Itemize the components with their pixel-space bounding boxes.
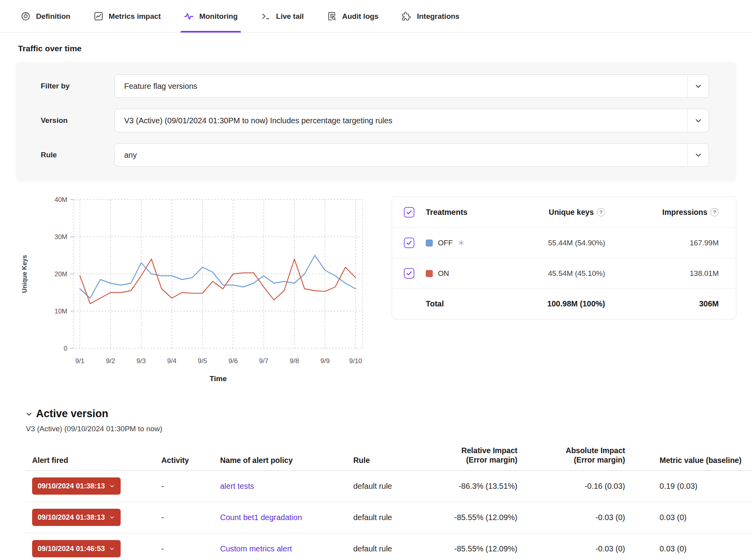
alert-rule: default rule — [346, 513, 425, 522]
rule-label: Rule — [41, 151, 114, 159]
filter-by-value: Feature flag versions — [115, 75, 687, 97]
alert-policy-link[interactable]: alert tests — [220, 482, 254, 490]
page-title: Traffic over time — [18, 44, 752, 53]
alert-relative-impact: -86.3% (13.51%) — [425, 482, 521, 491]
col-absolute-impact: Absolute Impact (Error margin) — [521, 446, 628, 465]
unique-keys-header: Unique keys ? — [476, 208, 605, 217]
alert-policy-link[interactable]: Custom metrics alert — [220, 544, 292, 553]
alerts-header-row: Alert fired Activity Name of alert polic… — [25, 446, 752, 471]
col-activity: Activity — [154, 456, 213, 465]
definition-icon — [20, 11, 31, 22]
alert-fired-badge[interactable]: 09/10/2024 01:38:13 — [32, 477, 121, 495]
tab-metrics-impact[interactable]: Metrics impact — [93, 0, 161, 32]
svg-text:30M: 30M — [54, 233, 67, 241]
version-value: V3 (Active) (09/01/2024 01:30PM to now) … — [115, 109, 687, 132]
col-relative-impact: Relative Impact (Error margin) — [425, 446, 521, 465]
alert-fired-badge[interactable]: 09/10/2024 01:46:53 — [32, 540, 121, 557]
metrics-chart-icon — [93, 11, 104, 22]
help-icon[interactable]: ? — [597, 208, 605, 216]
treatments-select-all-checkbox[interactable] — [404, 207, 414, 218]
svg-text:20M: 20M — [54, 270, 67, 278]
alert-row: 09/10/2024 01:38:13 - Count bet1 degrada… — [25, 502, 752, 533]
terminal-icon — [260, 11, 271, 22]
treatment-on-checkbox[interactable] — [404, 268, 414, 279]
on-color-swatch — [426, 270, 433, 277]
treatments-header: Treatments — [426, 208, 476, 217]
tab-definition[interactable]: Definition — [20, 0, 70, 32]
svg-text:0: 0 — [64, 345, 67, 352]
col-alert-fired: Alert fired — [25, 456, 154, 465]
alert-activity: - — [154, 513, 213, 522]
svg-text:Unique Keys: Unique Keys — [21, 255, 28, 293]
col-rule: Rule — [346, 456, 425, 465]
alert-activity: - — [154, 482, 213, 491]
svg-text:9/9: 9/9 — [320, 357, 330, 365]
alert-policy-link[interactable]: Count bet1 degradation — [220, 513, 302, 522]
rule-value: any — [115, 144, 687, 166]
chevron-down-icon — [109, 546, 115, 552]
svg-text:9/4: 9/4 — [167, 357, 177, 365]
filter-by-select[interactable]: Feature flag versions — [114, 74, 709, 98]
tab-bar: Definition Metrics impact Monitoring Liv… — [0, 0, 752, 33]
filter-by-label: Filter by — [41, 82, 114, 90]
tab-label: Live tail — [276, 12, 304, 21]
filter-row-filter-by: Filter by Feature flag versions — [41, 74, 709, 98]
svg-text:9/10: 9/10 — [349, 357, 362, 365]
chevron-down-icon — [109, 483, 115, 489]
version-label: Version — [41, 116, 114, 125]
svg-text:9/6: 9/6 — [228, 357, 238, 365]
chevron-down-icon — [687, 144, 709, 166]
tab-live-tail[interactable]: Live tail — [260, 0, 304, 32]
tab-audit-logs[interactable]: Audit logs — [327, 0, 379, 32]
alert-relative-impact: -85.55% (12.09%) — [425, 544, 521, 553]
traffic-chart-svg: 9/19/29/39/49/59/69/79/89/99/10010M20M30… — [16, 193, 370, 389]
filter-panel: Filter by Feature flag versions Version … — [16, 62, 736, 182]
tab-monitoring[interactable]: Monitoring — [184, 0, 238, 32]
alert-metric-value: 0.03 (0) — [628, 544, 752, 553]
active-version-subtitle: V3 (Active) (09/10/2024 01:30PM to now) — [26, 425, 752, 433]
unique-keys-header-label: Unique keys — [549, 208, 594, 217]
alert-activity: - — [154, 544, 213, 553]
puzzle-icon — [401, 11, 412, 22]
total-label: Total — [426, 299, 476, 308]
svg-text:9/3: 9/3 — [137, 357, 146, 365]
treatments-total-row: Total 100.98M (100%) 306M — [392, 288, 736, 319]
treatments-header-row: Treatments Unique keys ? Impressions ? — [392, 197, 736, 227]
default-treatment-icon — [458, 239, 465, 246]
tab-integrations[interactable]: Integrations — [401, 0, 459, 32]
rule-select[interactable]: any — [114, 143, 709, 167]
pulse-icon — [184, 11, 194, 22]
alert-absolute-impact: -0.16 (0.03) — [521, 482, 628, 491]
alert-fired-badge[interactable]: 09/10/2024 01:38:13 — [32, 509, 121, 526]
treatment-row-on: ON 45.54M (45.10%) 138.01M — [392, 258, 736, 288]
tab-label: Audit logs — [342, 12, 379, 21]
tab-label: Integrations — [417, 12, 459, 21]
chevron-down-icon — [687, 75, 709, 97]
relative-impact-line2: (Error margin) — [466, 456, 517, 464]
document-search-icon — [327, 11, 337, 22]
version-select[interactable]: V3 (Active) (09/01/2024 01:30PM to now) … — [114, 109, 709, 132]
traffic-section: 9/19/29/39/49/59/69/79/89/99/10010M20M30… — [16, 193, 736, 389]
tab-label: Monitoring — [199, 12, 238, 21]
alert-fired-time: 09/10/2024 01:38:13 — [38, 513, 105, 522]
svg-text:Time: Time — [210, 375, 227, 383]
unique-keys-value: 45.54M (45.10%) — [476, 269, 605, 278]
filter-row-version: Version V3 (Active) (09/01/2024 01:30PM … — [41, 109, 709, 132]
svg-text:10M: 10M — [54, 308, 67, 315]
absolute-impact-line2: (Error margin) — [574, 456, 625, 464]
off-color-swatch — [426, 239, 433, 247]
unique-keys-value: 55.44M (54.90%) — [476, 239, 605, 247]
alert-relative-impact: -85.55% (12.09%) — [425, 513, 521, 522]
help-icon[interactable]: ? — [710, 208, 719, 216]
treatment-label: ON — [426, 269, 476, 278]
total-unique-keys: 100.98M (100%) — [476, 299, 605, 308]
svg-text:9/2: 9/2 — [106, 357, 115, 365]
active-version-toggle[interactable]: Active version — [25, 408, 752, 420]
alert-metric-value: 0.19 (0.03) — [628, 482, 752, 491]
svg-text:9/1: 9/1 — [75, 357, 85, 365]
treatment-off-checkbox[interactable] — [404, 238, 414, 248]
alert-metric-value: 0.03 (0) — [628, 513, 752, 522]
filter-row-rule: Rule any — [41, 143, 709, 167]
alerts-table: Alert fired Activity Name of alert polic… — [25, 446, 752, 560]
alert-rule: default rule — [346, 482, 425, 491]
